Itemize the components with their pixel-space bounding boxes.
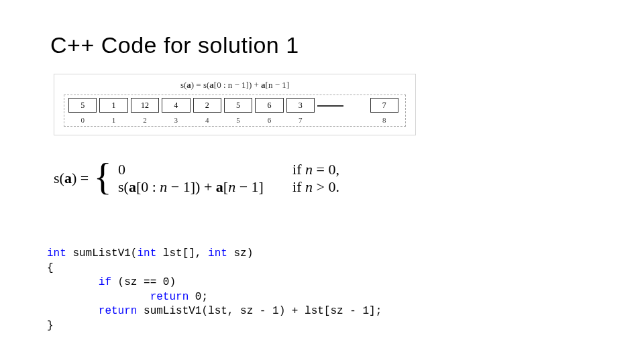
array-cell: 122 [131, 98, 159, 113]
array-index: 8 [371, 116, 398, 124]
code-block: int sumListV1(int lst[], int sz) { if (s… [47, 247, 382, 334]
kw-return: return [47, 291, 189, 303]
array-cell: 43 [162, 98, 190, 113]
array-cell: 55 [224, 98, 252, 113]
kw-return: return [47, 305, 137, 317]
kw-int: int [137, 247, 156, 259]
array-cell: 50 [68, 98, 97, 113]
array-cell: 66 [255, 98, 283, 113]
case1-value: 0 [118, 161, 292, 178]
code-text: { [47, 262, 54, 274]
array-index: 4 [194, 116, 221, 124]
case2-cond: if n > 0. [292, 178, 339, 196]
array-index: 1 [100, 116, 127, 124]
diagram-container: s(a) = s(a[0 : n − 1]) + a[n − 1] 501112… [54, 74, 416, 135]
case2-value: s(a[0 : n − 1]) + a[n − 1] [118, 178, 292, 196]
array-cell: 11 [99, 98, 127, 113]
array-index: 3 [162, 116, 189, 124]
diagram-formula: s(a) = s(a[0 : n − 1]) + a[n − 1] [64, 80, 406, 90]
kw-if: if [47, 276, 111, 288]
formula-lhs: s(a) = [54, 170, 89, 187]
case1-cond: if n = 0, [292, 161, 339, 178]
code-text: } [47, 320, 54, 332]
array-cells: 5011122432455663778 [68, 98, 401, 113]
code-text: sumListV1( [66, 247, 138, 259]
array-cell: 78 [370, 98, 398, 113]
code-text: 0; [189, 291, 208, 303]
kw-int: int [47, 247, 66, 259]
brace-icon: { [94, 161, 112, 193]
code-text: sumListV1(lst, sz - 1) + lst[sz - 1]; [137, 305, 382, 317]
code-text: (sz == 0) [111, 276, 176, 288]
array-cell: 37 [286, 98, 315, 113]
array-index: 7 [287, 116, 314, 124]
code-text: lst[], [156, 247, 208, 259]
code-text: sz) [227, 247, 253, 259]
array-strip: 5011122432455663778 [64, 95, 406, 127]
array-index: 0 [69, 116, 96, 124]
kw-int: int [208, 247, 227, 259]
array-gap-line [317, 105, 343, 107]
piecewise-formula: s(a) = { 0 if n = 0, s(a[0 : n − 1]) + a… [54, 161, 339, 196]
array-index: 2 [131, 116, 158, 124]
array-cell: 24 [193, 98, 221, 113]
page-title: C++ Code for solution 1 [50, 32, 299, 58]
array-index: 6 [256, 116, 282, 124]
array-index: 5 [225, 116, 252, 124]
